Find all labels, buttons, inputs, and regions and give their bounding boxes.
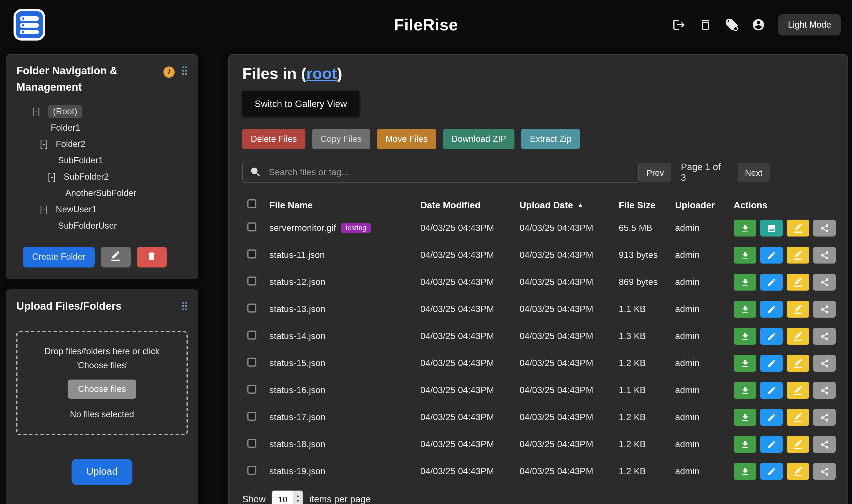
row-checkbox[interactable]	[247, 412, 256, 421]
file-name[interactable]: status-13.json	[269, 304, 326, 314]
rename-button[interactable]	[787, 463, 809, 480]
download-button[interactable]	[734, 247, 756, 264]
tree-item-newuser1[interactable]: [-]NewUser1	[40, 202, 188, 218]
file-name[interactable]: status-12.json	[269, 277, 326, 287]
edit-file-button[interactable]	[760, 328, 783, 345]
column-header-file-size[interactable]: File Size	[619, 200, 675, 210]
tree-label[interactable]: SubFolderUser	[58, 221, 117, 231]
tag-icon[interactable]	[726, 18, 739, 32]
tree-label[interactable]: SubFolder2	[64, 172, 109, 182]
delete-folder-button[interactable]	[137, 247, 167, 268]
file-name[interactable]: status-17.json	[269, 412, 326, 422]
tree-toggle-icon[interactable]: [-]	[48, 172, 60, 182]
rename-button[interactable]	[787, 436, 809, 453]
edit-file-button[interactable]	[760, 355, 783, 372]
share-button[interactable]	[813, 274, 836, 291]
column-header-date-modified[interactable]: Date Modified	[420, 200, 520, 210]
tree-label[interactable]: SubFolder1	[58, 156, 103, 166]
tree-label[interactable]: AnotherSubFolder	[65, 188, 136, 198]
edit-file-button[interactable]	[760, 436, 783, 453]
row-checkbox[interactable]	[247, 358, 256, 366]
file-name[interactable]: status-19.json	[269, 466, 326, 476]
share-button[interactable]	[813, 220, 836, 236]
rename-button[interactable]	[787, 247, 809, 264]
file-name[interactable]: status-16.json	[269, 385, 326, 395]
row-checkbox[interactable]	[247, 276, 256, 286]
tree-item-folder2[interactable]: [-]Folder2	[40, 136, 188, 152]
download-zip-button[interactable]: Download ZIP	[443, 129, 515, 149]
share-button[interactable]	[813, 355, 836, 372]
next-page-button[interactable]: Next	[737, 163, 770, 182]
download-button[interactable]	[734, 355, 756, 372]
share-button[interactable]	[813, 328, 836, 345]
drag-handle-icon[interactable]	[181, 301, 188, 313]
share-button[interactable]	[813, 436, 836, 453]
extract-zip-button[interactable]: Extract Zip	[522, 129, 580, 149]
upload-button[interactable]: Upload	[72, 459, 133, 485]
share-button[interactable]	[813, 409, 836, 426]
edit-file-button[interactable]	[760, 382, 783, 399]
tree-label[interactable]: Folder1	[51, 123, 80, 133]
download-button[interactable]	[734, 463, 756, 480]
tree-label[interactable]: Folder2	[56, 139, 85, 149]
download-button[interactable]	[734, 328, 756, 345]
edit-file-button[interactable]	[760, 409, 783, 426]
share-button[interactable]	[813, 247, 836, 264]
items-per-page-select[interactable]: 10	[272, 490, 303, 504]
row-checkbox[interactable]	[247, 330, 256, 340]
rename-button[interactable]	[787, 301, 809, 318]
file-dropzone[interactable]: Drop files/folders here or click 'Choose…	[16, 331, 188, 435]
download-button[interactable]	[734, 382, 756, 399]
rename-button[interactable]	[787, 382, 809, 399]
file-name[interactable]: status-18.json	[269, 439, 326, 449]
edit-file-button[interactable]	[760, 274, 783, 291]
root-folder-link[interactable]: root	[306, 65, 337, 82]
tree-item-subfolder1[interactable]: SubFolder1	[58, 152, 188, 169]
row-checkbox[interactable]	[247, 384, 256, 394]
drag-handle-icon[interactable]	[181, 66, 188, 78]
row-checkbox[interactable]	[247, 439, 256, 448]
column-header-uploader[interactable]: Uploader	[675, 200, 734, 210]
tree-toggle-icon[interactable]: [-]	[32, 107, 45, 117]
edit-file-button[interactable]	[760, 247, 783, 264]
edit-file-button[interactable]	[760, 463, 783, 480]
search-input[interactable]	[242, 162, 639, 183]
account-icon[interactable]	[752, 18, 765, 32]
download-button[interactable]	[734, 436, 756, 453]
move-files-button[interactable]: Move Files	[377, 129, 436, 149]
share-button[interactable]	[813, 463, 836, 480]
row-checkbox[interactable]	[247, 250, 256, 258]
download-button[interactable]	[734, 274, 756, 291]
copy-files-button[interactable]: Copy Files	[312, 129, 370, 149]
logout-icon[interactable]	[673, 18, 686, 32]
row-checkbox[interactable]	[247, 466, 256, 475]
rename-button[interactable]	[787, 328, 809, 345]
file-name[interactable]: status-11.json	[269, 250, 325, 260]
tree-label[interactable]: (Root)	[48, 106, 82, 118]
file-name[interactable]: servermonitor.gif	[269, 223, 336, 233]
row-checkbox[interactable]	[247, 222, 256, 231]
tree-item-anothersubfolder[interactable]: AnotherSubFolder	[65, 185, 188, 202]
download-button[interactable]	[734, 301, 756, 318]
tree-toggle-icon[interactable]: [-]	[40, 205, 52, 215]
download-button[interactable]	[734, 409, 756, 426]
tree-item-subfolder2[interactable]: [-]SubFolder2	[48, 169, 188, 185]
file-name[interactable]: status-15.json	[269, 358, 326, 368]
info-icon[interactable]	[163, 66, 175, 77]
column-header-upload-date[interactable]: Upload Date ▲	[520, 200, 619, 210]
download-button[interactable]	[734, 220, 756, 236]
choose-files-button[interactable]: Choose files	[68, 380, 136, 399]
rename-button[interactable]	[787, 355, 809, 372]
trash-icon[interactable]	[699, 18, 713, 32]
share-button[interactable]	[813, 382, 836, 399]
create-folder-button[interactable]: Create Folder	[23, 247, 95, 268]
logo-icon[interactable]	[11, 7, 47, 43]
rename-folder-button[interactable]	[101, 247, 131, 268]
tree-item-folder1[interactable]: Folder1	[51, 120, 188, 136]
light-mode-button[interactable]: Light Mode	[779, 14, 841, 35]
column-header-file-name[interactable]: File Name	[269, 200, 420, 210]
tree-item-subfolderuser[interactable]: SubFolderUser	[58, 218, 188, 234]
prev-page-button[interactable]: Prev	[639, 163, 672, 182]
tree-label[interactable]: NewUser1	[56, 205, 97, 215]
rename-button[interactable]	[787, 274, 809, 291]
